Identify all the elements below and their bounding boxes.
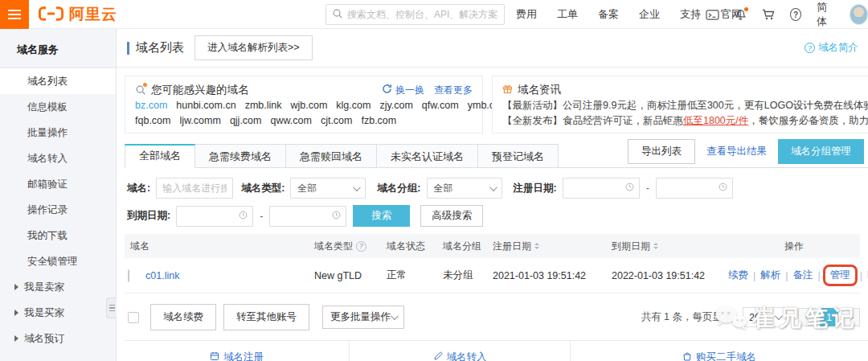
reg-date-to-field[interactable] xyxy=(661,183,719,194)
hamburger-menu-button[interactable] xyxy=(0,0,29,29)
user-avatar[interactable] xyxy=(850,4,868,25)
next-page-button[interactable] xyxy=(841,308,860,326)
suggested-domain[interactable]: bz.com xyxy=(135,98,167,113)
sidebar-item-security-lock[interactable]: 安全锁管理 xyxy=(0,248,116,274)
suggested-domain[interactable]: qww.com xyxy=(270,113,311,129)
exp-date-from-field[interactable] xyxy=(182,211,239,222)
search-interest-icon xyxy=(135,84,146,96)
export-list-button[interactable]: 导出列表 xyxy=(628,139,695,164)
menu-item-tickets[interactable]: 工单 xyxy=(557,7,578,22)
footer-buy-secondhand-link[interactable]: 购买二手域名 xyxy=(571,341,868,361)
view-more-domains-link[interactable]: 查看更多 xyxy=(434,84,473,97)
domain-news-title: 域名资讯 xyxy=(518,83,561,97)
sidebar-item-batch-ops[interactable]: 批量操作 xyxy=(0,120,116,146)
search-button[interactable]: 搜索 xyxy=(353,205,410,227)
action-separator xyxy=(818,270,821,281)
tab-redeem-needed[interactable]: 急需赎回域名 xyxy=(286,144,377,168)
clock-icon xyxy=(719,183,727,194)
reg-date-from-input[interactable] xyxy=(563,178,640,199)
global-search-input[interactable] xyxy=(347,9,498,20)
tab-actions: 导出列表 查看导出结果 域名分组管理 xyxy=(628,139,864,167)
sidebar-item-label: 我是卖家 xyxy=(24,274,64,300)
suggested-domain[interactable]: hunbi.com.cn xyxy=(176,98,235,113)
domain-filter-input[interactable] xyxy=(156,178,233,199)
language-switch[interactable]: 简体 xyxy=(817,0,834,29)
exp-date-from-input[interactable] xyxy=(176,206,253,227)
suggested-domain[interactable]: qfw.com xyxy=(422,98,459,113)
suggested-domain[interactable]: qjj.com xyxy=(230,113,262,129)
footer-register-domain-link[interactable]: 域名注册 xyxy=(125,341,350,361)
suggested-domain[interactable]: wjb.com xyxy=(291,98,328,113)
reg-date-to-input[interactable] xyxy=(656,178,733,199)
tab-renewal-needed[interactable]: 急需续费域名 xyxy=(195,144,286,168)
notifications-bell-icon[interactable] xyxy=(735,9,747,21)
tab-all-domains[interactable]: 全部域名 xyxy=(125,144,195,168)
console-terminal-icon[interactable] xyxy=(706,9,719,21)
menu-item-enterprise[interactable]: 企业 xyxy=(639,7,660,22)
pagination-summary: 共有 1 条，每页显示: xyxy=(641,310,735,324)
suggested-domain[interactable]: zmb.link xyxy=(245,98,282,113)
suggested-domain[interactable]: ljw.comm xyxy=(179,113,220,129)
advanced-search-button[interactable]: 高级搜索 xyxy=(420,205,483,227)
reg-date-from-field[interactable] xyxy=(568,183,625,194)
action-manage-link[interactable]: 管理 xyxy=(830,269,850,282)
sidebar-item-email-verify[interactable]: 邮箱验证 xyxy=(0,171,116,197)
current-page-button[interactable]: 1 xyxy=(820,308,838,326)
domain-group-manage-button[interactable]: 域名分组管理 xyxy=(778,139,864,164)
suggested-domain[interactable]: fqb.com xyxy=(135,113,170,129)
exp-date-to-field[interactable] xyxy=(275,211,332,222)
refresh-label: 换一换 xyxy=(395,84,424,97)
global-search[interactable] xyxy=(326,4,505,25)
prev-page-button[interactable] xyxy=(798,308,817,326)
menu-item-icp[interactable]: 备案 xyxy=(598,7,619,22)
type-help-icon[interactable] xyxy=(356,241,366,252)
exp-date-to-input[interactable] xyxy=(269,206,346,227)
sort-regdate-control[interactable] xyxy=(534,240,539,252)
question-circle-icon xyxy=(805,43,815,53)
action-remark-link[interactable]: 备注 xyxy=(793,269,813,282)
suggested-domain[interactable]: zjy.com xyxy=(379,98,412,113)
menu-item-billing[interactable]: 费用 xyxy=(516,7,537,22)
sidebar-item-info-template[interactable]: 信息模板 xyxy=(0,94,116,120)
view-export-result-link[interactable]: 查看导出结果 xyxy=(706,145,767,158)
sidebar-item-domain-prebook[interactable]: 域名预订 xyxy=(0,326,116,351)
goto-dns-list-button[interactable]: 进入域名解析列表>> xyxy=(194,35,313,60)
action-dns-link[interactable]: 解析 xyxy=(760,269,780,282)
tab-unverified[interactable]: 未实名认证域名 xyxy=(377,144,478,168)
cart-icon[interactable] xyxy=(762,8,775,21)
group-filter-value: 全部 xyxy=(434,182,489,195)
group-filter-select[interactable]: 全部 xyxy=(427,178,502,199)
type-filter-select[interactable]: 全部 xyxy=(290,178,366,199)
group-filter-label: 域名分组: xyxy=(377,182,420,195)
sidebar-item-operation-log[interactable]: 操作记录 xyxy=(0,197,116,223)
news-item-1[interactable]: 【最新活动】公司注册9.9元起，商标注册低至300元，更有LOGO设计免费在线体… xyxy=(502,98,868,113)
suggested-domain[interactable]: klg.com xyxy=(336,98,371,113)
sort-expdate-control[interactable] xyxy=(653,240,658,252)
action-renew-link[interactable]: 续费 xyxy=(728,269,748,282)
batch-transfer-account-button[interactable]: 转至其他账号 xyxy=(223,304,309,330)
sidebar-item-domain-list[interactable]: 域名列表 xyxy=(0,68,116,94)
tab-preregistered[interactable]: 预登记域名 xyxy=(478,144,559,168)
more-batch-ops-select[interactable]: 更多批量操作 xyxy=(322,306,404,329)
news-item-2[interactable]: 【全新发布】食品经营许可证，新品钜惠低至1800元/件，餐饮服务必备资质，助力企… xyxy=(502,113,868,129)
footer-transfer-domain-link[interactable]: 域名转入 xyxy=(350,341,571,361)
sidebar-item-buyer[interactable]: 我是买家 xyxy=(0,300,116,326)
sidebar-item-seller[interactable]: 我是卖家 xyxy=(0,274,116,300)
help-icon[interactable] xyxy=(790,8,801,21)
page-title: 域名列表 xyxy=(136,40,184,55)
sidebar-item-my-downloads[interactable]: 我的下载 xyxy=(0,223,116,248)
refresh-domains-link[interactable]: 换一换 xyxy=(382,84,424,97)
domain-suggestions-line2: fqb.com ljw.comm qjj.com qww.com cjt.com… xyxy=(135,113,473,129)
row-checkbox[interactable] xyxy=(128,269,129,282)
suggested-domain[interactable]: cjt.com xyxy=(321,113,353,129)
aliyun-logo[interactable]: 阿里云 xyxy=(38,0,117,29)
sidebar-item-domain-transfer-in[interactable]: 域名转入 xyxy=(0,146,116,171)
domain-intro-link[interactable]: 域名简介 xyxy=(805,41,858,55)
domain-link[interactable]: c01.link xyxy=(145,270,314,281)
page-size-select[interactable]: 20 xyxy=(743,307,787,327)
suggested-domain[interactable]: fzb.com xyxy=(361,113,396,129)
select-all-checkbox[interactable] xyxy=(128,312,139,323)
sidebar-collapse-handle[interactable] xyxy=(106,297,117,318)
batch-renew-button[interactable]: 域名续费 xyxy=(150,304,216,330)
menu-item-support[interactable]: 支持 xyxy=(680,7,701,22)
